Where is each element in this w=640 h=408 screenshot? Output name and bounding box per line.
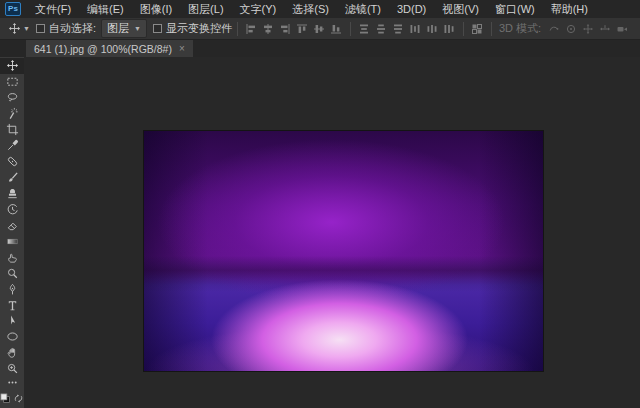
tool-healing-brush[interactable] [0,154,24,170]
tool-magic-wand[interactable] [0,106,24,122]
distribute-center-icon[interactable] [424,21,441,37]
menu-3d[interactable]: 3D(D) [389,0,434,18]
tool-shape-ellipse[interactable] [0,329,24,345]
menu-filter[interactable]: 滤镜(T) [337,0,389,18]
tool-zoom[interactable] [0,361,24,377]
chevron-down-icon: ▼ [134,25,141,32]
canvas-pasteboard[interactable] [24,57,640,408]
move-tool-icon [5,22,23,35]
foreground-background-colors-icon[interactable] [0,390,11,408]
separator [463,22,464,36]
orbit-3d-icon[interactable] [545,21,562,37]
distribute-left-icon[interactable] [407,21,424,37]
color-swatches-row [0,390,24,408]
auto-align-icon[interactable] [469,21,486,37]
distribute-bottom-icon[interactable] [390,21,407,37]
document-tab[interactable]: 641 (1).jpg @ 100%(RGB/8#) × [26,40,193,57]
auto-select-checkbox[interactable] [36,24,45,33]
separator [491,22,492,36]
pan-3d-icon[interactable] [579,21,596,37]
menu-window[interactable]: 窗口(W) [487,0,543,18]
tool-eyedropper[interactable] [0,138,24,154]
tool-clone-stamp[interactable] [0,186,24,202]
auto-select-label: 自动选择: [49,21,96,36]
workspace [0,57,640,408]
tool-gradient[interactable] [0,233,24,249]
tool-hand[interactable] [0,345,24,361]
tab-close-icon[interactable]: × [179,43,185,54]
menu-type[interactable]: 文字(Y) [232,0,285,18]
menu-view[interactable]: 视图(V) [434,0,487,18]
3d-mode-label: 3D 模式: [499,21,541,36]
auto-select-value: 图层 [107,21,129,36]
align-right-icon[interactable] [277,21,294,37]
menu-layer[interactable]: 图层(L) [180,0,231,18]
menu-bar: Ps 文件(F) 编辑(E) 图像(I) 图层(L) 文字(Y) 选择(S) 滤… [0,0,640,18]
swap-colors-icon[interactable] [13,390,24,408]
tool-preset-chevron-icon[interactable]: ▼ [23,25,30,32]
tool-history-brush[interactable] [0,201,24,217]
tool-lasso[interactable] [0,90,24,106]
menu-edit[interactable]: 编辑(E) [79,0,132,18]
tools-panel [0,57,24,408]
menu-file[interactable]: 文件(F) [27,0,79,18]
photoshop-logo-icon: Ps [5,2,21,16]
document-canvas-image[interactable] [144,131,543,371]
tool-marquee[interactable] [0,74,24,90]
tool-options-bar: ▼ 自动选择: 图层 ▼ 显示变换控件 3D 模式: [0,18,640,40]
dolly-3d-icon[interactable] [613,21,630,37]
distribute-middle-icon[interactable] [373,21,390,37]
align-top-icon[interactable] [294,21,311,37]
tool-move[interactable] [0,58,24,74]
distribute-right-icon[interactable] [441,21,458,37]
tool-eraser[interactable] [0,217,24,233]
show-transform-checkbox[interactable] [153,24,162,33]
separator [350,22,351,36]
menu-help[interactable]: 帮助(H) [543,0,596,18]
edit-toolbar-ellipsis-icon[interactable] [0,377,24,389]
roll-3d-icon[interactable] [562,21,579,37]
align-center-h-icon[interactable] [260,21,277,37]
tool-pen[interactable] [0,281,24,297]
slide-3d-icon[interactable] [596,21,613,37]
tool-path-select[interactable] [0,313,24,329]
document-tab-title: 641 (1).jpg @ 100%(RGB/8#) [34,43,172,55]
tool-type[interactable] [0,297,24,313]
align-left-icon[interactable] [243,21,260,37]
align-bottom-icon[interactable] [328,21,345,37]
show-transform-label: 显示变换控件 [166,21,232,36]
separator [237,22,238,36]
menu-image[interactable]: 图像(I) [132,0,180,18]
distribute-top-icon[interactable] [356,21,373,37]
align-middle-v-icon[interactable] [311,21,328,37]
tool-brush[interactable] [0,170,24,186]
tool-crop[interactable] [0,122,24,138]
tool-smudge[interactable] [0,249,24,265]
tool-dodge[interactable] [0,265,24,281]
document-tab-bar: 641 (1).jpg @ 100%(RGB/8#) × [0,40,640,57]
auto-select-dropdown[interactable]: 图层 ▼ [101,19,147,38]
menu-select[interactable]: 选择(S) [284,0,337,18]
